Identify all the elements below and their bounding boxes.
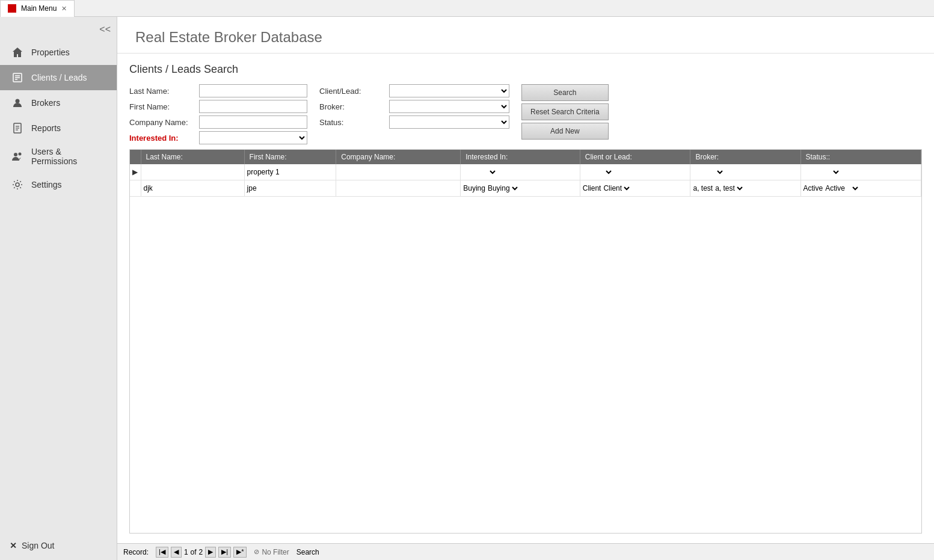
- first-name-row: First Name:: [129, 100, 307, 113]
- record-navigation: |◀ ◀ 1 of 2 ▶ ▶| ▶*: [156, 547, 247, 558]
- search-label: Search: [296, 548, 319, 556]
- users-permissions-label: Users & Permissions: [31, 147, 107, 166]
- row1-broker: a, test: [690, 164, 800, 180]
- page-title: Clients / Leads Search: [129, 63, 922, 76]
- col-interested-in: Interested In:: [461, 150, 580, 164]
- row1-first-name: property 1: [244, 164, 336, 180]
- properties-label: Properties: [31, 48, 70, 57]
- app-header: Real Estate Broker Database: [117, 17, 934, 54]
- col-client-or-lead: Client or Lead:: [580, 150, 690, 164]
- row2-status: Active ActiveInactive: [800, 180, 921, 197]
- col-company-name: Company Name:: [336, 150, 461, 164]
- row2-client-or-lead: Client ClientLead: [580, 180, 690, 197]
- interested-in-row: Interested In: Buying Selling Renting: [129, 131, 307, 144]
- add-new-button[interactable]: Add New: [521, 123, 609, 140]
- brokers-icon: [10, 96, 25, 109]
- row1-status: ActiveInactive: [800, 164, 921, 180]
- row1-broker-select[interactable]: a, test: [693, 166, 725, 178]
- broker-row: Broker: a, test: [319, 100, 509, 113]
- app-layout: << Properties Clients / Leads: [0, 17, 934, 560]
- search-button[interactable]: Search: [521, 84, 609, 101]
- reports-icon: [10, 122, 25, 135]
- action-buttons: Search Reset Search Criteria Add New: [521, 84, 609, 144]
- main-menu-tab[interactable]: Main Menu ✕: [0, 0, 75, 17]
- title-bar: Main Menu ✕: [0, 0, 934, 17]
- row2-interested-in: Buying BuyingSelling: [461, 180, 580, 197]
- row1-status-select[interactable]: ActiveInactive: [803, 166, 841, 178]
- nav-last-btn[interactable]: ▶|: [218, 547, 231, 558]
- record-current: 1: [184, 548, 188, 556]
- row1-client-lead-select[interactable]: ClientLead: [583, 166, 613, 178]
- sidebar-item-properties[interactable]: Properties: [0, 40, 117, 65]
- data-table-container: Last Name: First Name: Company Name: Int…: [129, 149, 922, 534]
- first-name-label: First Name:: [129, 102, 195, 111]
- tab-label: Main Menu: [21, 4, 57, 13]
- record-of: of: [191, 548, 197, 556]
- row-indicator-2: [130, 180, 141, 197]
- broker-label: Broker:: [319, 102, 386, 111]
- status-select[interactable]: Active Inactive: [389, 115, 509, 129]
- no-filter-label: No Filter: [262, 548, 289, 556]
- search-form-area: Last Name: First Name: Company Name: Int…: [129, 84, 922, 144]
- row1-interested-in: BuyingSelling: [461, 164, 580, 180]
- col-broker: Broker:: [690, 150, 800, 164]
- row2-broker-select[interactable]: a, test: [713, 182, 745, 194]
- company-name-row: Company Name:: [129, 115, 307, 129]
- last-name-row: Last Name:: [129, 84, 307, 97]
- filter-icon: ⊘: [254, 548, 259, 556]
- nav-prev-btn[interactable]: ◀: [171, 547, 182, 558]
- tab-close-btn[interactable]: ✕: [61, 5, 67, 13]
- col-last-name: Last Name:: [141, 150, 244, 164]
- first-name-input[interactable]: [199, 100, 307, 113]
- sidebar-item-clients-leads[interactable]: Clients / Leads: [0, 65, 117, 90]
- col-status: Status::: [800, 150, 921, 164]
- svg-point-4: [16, 99, 20, 103]
- no-filter-indicator: ⊘ No Filter: [254, 548, 289, 556]
- status-label: Status:: [319, 118, 386, 127]
- row1-company-name: [336, 164, 461, 180]
- settings-label: Settings: [31, 180, 62, 189]
- sidebar-item-reports[interactable]: Reports: [0, 115, 117, 141]
- company-name-input[interactable]: [199, 115, 307, 129]
- table-row[interactable]: djk jpe Buying BuyingSelling: [130, 180, 921, 197]
- row1-last-name-input[interactable]: [144, 168, 192, 176]
- nav-first-btn[interactable]: |◀: [156, 547, 168, 558]
- reports-label: Reports: [31, 123, 61, 133]
- row2-status-select[interactable]: ActiveInactive: [823, 182, 860, 194]
- sign-out-label: Sign Out: [22, 541, 54, 550]
- reset-search-button[interactable]: Reset Search Criteria: [521, 103, 609, 120]
- table-row[interactable]: ▶ property 1: [130, 164, 921, 180]
- client-lead-select[interactable]: Client Lead: [389, 84, 509, 97]
- row1-interested-in-select[interactable]: BuyingSelling: [463, 166, 497, 178]
- status-row: Status: Active Inactive: [319, 115, 509, 129]
- clients-icon: [10, 71, 25, 84]
- interested-in-select[interactable]: Buying Selling Renting: [199, 131, 307, 144]
- record-label: Record:: [123, 548, 149, 556]
- sidebar-collapse-btn[interactable]: <<: [99, 24, 111, 34]
- nav-next-btn[interactable]: ▶: [205, 547, 216, 558]
- col-first-name: First Name:: [244, 150, 336, 164]
- row2-client-lead-select[interactable]: ClientLead: [601, 182, 631, 194]
- row2-interested-in-select[interactable]: BuyingSelling: [485, 182, 520, 194]
- last-name-input[interactable]: [199, 84, 307, 97]
- sidebar-item-settings[interactable]: Settings: [0, 172, 117, 197]
- clients-table: Last Name: First Name: Company Name: Int…: [130, 150, 921, 197]
- nav-new-btn[interactable]: ▶*: [233, 547, 247, 558]
- row2-first-name: jpe: [244, 180, 336, 197]
- status-bar: Record: |◀ ◀ 1 of 2 ▶ ▶| ▶* ⊘ No Filter …: [117, 543, 934, 560]
- table-header-row: Last Name: First Name: Company Name: Int…: [130, 150, 921, 164]
- home-icon: [10, 46, 25, 59]
- window-icon: [8, 4, 16, 13]
- sidebar-item-brokers[interactable]: Brokers: [0, 90, 117, 115]
- company-name-label: Company Name:: [129, 118, 195, 127]
- form-right: Client/Lead: Client Lead Broker: a, test: [319, 84, 509, 144]
- row2-last-name: djk: [141, 180, 244, 197]
- sidebar-item-users-permissions[interactable]: Users & Permissions: [0, 141, 117, 172]
- content-area: Real Estate Broker Database Clients / Le…: [117, 17, 934, 560]
- row1-last-name: [141, 164, 244, 180]
- broker-select[interactable]: a, test: [389, 100, 509, 113]
- users-icon: [10, 150, 25, 163]
- sign-out-btn[interactable]: ✕ Sign Out: [10, 541, 107, 550]
- svg-point-11: [16, 183, 19, 186]
- row2-company-name: [336, 180, 461, 197]
